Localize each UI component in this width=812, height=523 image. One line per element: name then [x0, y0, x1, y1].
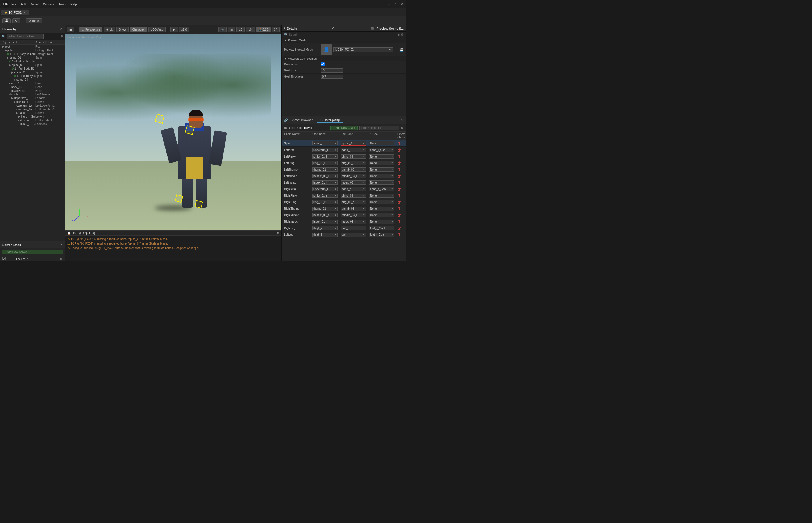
hier-row-index01[interactable]: index_01 LeftIndex LeftIndex [0, 122, 65, 126]
ik-goal-right-ring[interactable]: None▼ [369, 200, 394, 204]
start-bone-left-index[interactable]: index_01_l▼ [312, 180, 338, 185]
end-bone-right-pinky[interactable]: pinky_03_r▼ [341, 194, 366, 198]
ik-goal-right-thumb[interactable]: None▼ [369, 206, 394, 211]
ik-goal-right-middle[interactable]: None▼ [369, 213, 394, 217]
preview-mesh-section-title[interactable]: ▼ Preview Mesh [282, 38, 406, 43]
hier-row-ik-1[interactable]: ⚙ 1 - Full Body IK bone setti Retarget R… [0, 52, 65, 56]
minimize-btn[interactable]: ─ [387, 2, 391, 6]
chain-row-right-thumb[interactable]: RightThumb thumb_01_r▼ thumb_03_r▼ None▼… [282, 205, 406, 212]
end-bone-left-arm[interactable]: hand_l▼ [341, 148, 366, 152]
hier-row-spine01[interactable]: ▶ spine_01 Spine [0, 56, 65, 59]
ik-goal-left-leg[interactable]: foot_l_Goal▼ [369, 233, 394, 237]
menu-tools[interactable]: Tools [59, 3, 66, 6]
vp-show-btn[interactable]: Show [116, 27, 129, 32]
delete-right-pinky-btn[interactable]: 🗑 [397, 193, 406, 198]
log-close-btn[interactable]: ✕ [277, 232, 279, 235]
start-bone-right-thumb[interactable]: thumb_01_r▼ [312, 206, 338, 211]
details-settings-icon[interactable]: ⚙ [401, 33, 404, 37]
hier-row-neck01[interactable]: neck_01 Head [0, 82, 65, 85]
chain-row-left-middle[interactable]: LeftMiddle middle_01_l▼ middle_03_l▼ Non… [282, 173, 406, 179]
hier-row-spine03[interactable]: ▶ spine_03 Spine [0, 71, 65, 74]
hier-row-upperarm-l[interactable]: ▶ upperarm_l LeftArm [0, 96, 65, 100]
start-bone-left-middle[interactable]: middle_01_l▼ [312, 174, 338, 178]
details-columns-icon[interactable]: ⊞ [397, 33, 400, 37]
solver-item-1[interactable]: ✓ 1 - Full Body IK 🗑 [0, 256, 65, 262]
hier-row-ik-2[interactable]: ⚙ 1 - Full Body IK bone set [0, 59, 65, 63]
chain-row-spine[interactable]: Spine spine_01▼ spine_03▼ None▼ 🗑 [282, 140, 406, 147]
chain-row-right-leg[interactable]: RightLeg thigh_r▼ ball_r▼ foot_r_Goal▼ 🗑 [282, 225, 406, 232]
menu-file[interactable]: File [11, 3, 16, 6]
hier-row-lowerarm-tw2[interactable]: lowerarm_tw LeftLowerArm1 [0, 107, 65, 111]
chain-row-right-index[interactable]: RightIndex index_01_r▼ index_03_r▼ None▼… [282, 218, 406, 225]
hier-row-ik-3[interactable]: ⚙ 1 - Full Body IK bone si [0, 67, 65, 71]
hier-row-hand-l[interactable]: ▶ hand_l LeftArm [0, 111, 65, 115]
reset-btn[interactable]: ↺ Reset [26, 18, 42, 23]
start-bone-right-ring[interactable]: ring_01_r▼ [312, 200, 338, 204]
details-search-input[interactable] [289, 33, 396, 36]
hier-row-root[interactable]: ▶ root Root [0, 45, 65, 49]
end-bone-left-middle[interactable]: middle_03_l▼ [341, 174, 366, 178]
tab-ik-retargeting[interactable]: IK Retargeting [317, 117, 343, 123]
start-bone-right-leg[interactable]: thigh_r▼ [312, 226, 338, 230]
start-bone-right-middle[interactable]: middle_01_r▼ [312, 213, 338, 217]
hier-row-spine04[interactable]: ▶ spine_04 [0, 78, 65, 82]
chain-row-left-pinky[interactable]: LeftPinky pinky_01_l▼ pinky_03_l▼ None▼ … [282, 153, 406, 160]
ik-goal-left-ring[interactable]: None▼ [369, 161, 394, 165]
solver-checkbox[interactable]: ✓ [2, 257, 6, 260]
end-bone-left-ring[interactable]: ring_03_l▼ [341, 161, 366, 165]
hier-row-hand-l-goa[interactable]: ▶ hand_l_Goa LeftArm [0, 115, 65, 119]
vp-025-btn[interactable]: 📸0.25 [256, 27, 271, 32]
menu-help[interactable]: Help [71, 3, 77, 6]
end-bone-right-index[interactable]: index_03_r▼ [341, 220, 366, 224]
start-bone-right-index[interactable]: index_01_r▼ [312, 220, 338, 224]
ik-goal-left-thumb[interactable]: None▼ [369, 167, 394, 172]
menu-window[interactable]: Window [43, 3, 54, 6]
draw-goals-checkbox[interactable] [321, 62, 325, 66]
start-bone-left-arm[interactable]: upperarm_l▼ [312, 148, 338, 152]
chain-row-right-arm[interactable]: RightArm upperarm_r▼ hand_r▼ hand_r_Goal… [282, 186, 406, 192]
close-btn[interactable]: ✕ [400, 2, 404, 6]
end-bone-right-ring[interactable]: ring_03_r▼ [341, 200, 366, 204]
menu-asset[interactable]: Asset [31, 3, 39, 6]
start-bone-left-leg[interactable]: thigh_l▼ [312, 233, 338, 237]
hier-row-ik-4[interactable]: ⚙ 1 - Full Body IK bone Spine [0, 74, 65, 78]
end-bone-left-index[interactable]: index_03_l▼ [341, 180, 366, 185]
tab-asset-browser[interactable]: Asset Browser [290, 117, 315, 123]
hier-row-lowerarm-tw1[interactable]: lowerarm_tw LeftLowerArm1 [0, 104, 65, 107]
vp-character-btn[interactable]: Character [130, 27, 147, 32]
mesh-navigate-btn[interactable]: → [394, 47, 398, 52]
end-bone-right-middle[interactable]: middle_03_r▼ [341, 213, 366, 217]
delete-right-middle-btn[interactable]: 🗑 [397, 213, 406, 217]
chain-row-left-thumb[interactable]: LeftThumb thumb_01_l▼ thumb_03_l▼ None▼ … [282, 166, 406, 173]
end-bone-spine[interactable]: spine_03▼ [341, 141, 366, 146]
vp-camera-btn[interactable]: 📷 [218, 27, 227, 32]
ik-goal-left-middle[interactable]: None▼ [369, 174, 394, 178]
filter-chain-input[interactable] [359, 126, 399, 130]
end-bone-left-thumb[interactable]: thumb_03_l▼ [341, 167, 366, 172]
delete-left-arm-btn[interactable]: 🗑 [397, 148, 406, 152]
hierarchy-close-btn[interactable]: ✕ [60, 27, 62, 31]
end-bone-right-thumb[interactable]: thumb_03_r▼ [341, 206, 366, 211]
mesh-selector-dropdown[interactable]: MESH_PC_02 ▼ [333, 47, 393, 52]
hier-row-index-met[interactable]: index_met LeftIndexMeta [0, 119, 65, 122]
start-bone-left-thumb[interactable]: thumb_01_l▼ [312, 167, 338, 172]
chain-row-left-index[interactable]: LeftIndex index_01_l▼ index_03_l▼ None▼ … [282, 179, 406, 186]
start-bone-spine[interactable]: spine_01▼ [312, 141, 338, 145]
start-bone-left-ring[interactable]: ring_01_l▼ [312, 161, 338, 165]
ik-goal-right-leg[interactable]: foot_r_Goal▼ [369, 226, 394, 230]
ik-goal-left-index[interactable]: None▼ [369, 180, 394, 185]
start-bone-right-pinky[interactable]: pinky_01_r▼ [312, 194, 338, 198]
details-close-btn[interactable]: ✕ [331, 26, 334, 30]
vp-perspective-btn[interactable]: ⬡ Perspective [79, 27, 102, 32]
save-btn[interactable]: 💾 [2, 18, 11, 23]
add-solver-btn[interactable]: + Add New Solver [2, 250, 63, 254]
goal-thickness-input[interactable] [321, 74, 343, 79]
hier-row-lowerarm-l[interactable]: ▶ lowerarm_l LeftArm [0, 100, 65, 104]
settings-btn[interactable]: ⚙ [13, 18, 20, 23]
end-bone-right-leg[interactable]: ball_r▼ [341, 226, 366, 230]
delete-right-ring-btn[interactable]: 🗑 [397, 200, 406, 204]
vp-grid-btn[interactable]: ⊞ [228, 27, 235, 32]
delete-left-thumb-btn[interactable]: 🗑 [397, 167, 406, 172]
delete-spine-btn[interactable]: 🗑 [397, 141, 406, 146]
ik-goal-right-index[interactable]: None▼ [369, 220, 394, 224]
